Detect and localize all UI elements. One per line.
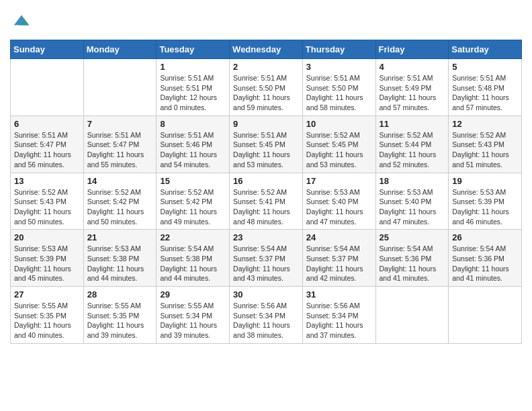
day-number: 6	[14, 119, 80, 129]
calendar-table: SundayMondayTuesdayWednesdayThursdayFrid…	[10, 40, 522, 344]
calendar-cell: 9Sunrise: 5:51 AM Sunset: 5:45 PM Daylig…	[230, 116, 303, 173]
day-number: 23	[233, 232, 299, 242]
calendar-cell: 17Sunrise: 5:53 AM Sunset: 5:40 PM Dayli…	[302, 173, 375, 230]
day-number: 8	[160, 119, 226, 129]
day-info: Sunrise: 5:53 AM Sunset: 5:39 PM Dayligh…	[452, 187, 518, 227]
logo-icon	[11, 10, 32, 30]
day-number: 7	[87, 119, 153, 129]
calendar-cell: 13Sunrise: 5:52 AM Sunset: 5:43 PM Dayli…	[11, 173, 84, 230]
day-info: Sunrise: 5:51 AM Sunset: 5:48 PM Dayligh…	[452, 73, 518, 113]
calendar-cell: 4Sunrise: 5:51 AM Sunset: 5:49 PM Daylig…	[375, 59, 449, 116]
day-number: 29	[160, 289, 226, 300]
weekday-header-sunday: Sunday	[11, 40, 84, 59]
day-info: Sunrise: 5:54 AM Sunset: 5:36 PM Dayligh…	[452, 244, 518, 283]
calendar-cell: 2Sunrise: 5:51 AM Sunset: 5:50 PM Daylig…	[230, 59, 303, 116]
calendar-cell: 5Sunrise: 5:51 AM Sunset: 5:48 PM Daylig…	[449, 59, 522, 116]
day-number: 28	[87, 289, 153, 300]
day-info: Sunrise: 5:51 AM Sunset: 5:50 PM Dayligh…	[233, 73, 299, 113]
calendar-cell	[449, 287, 522, 344]
day-info: Sunrise: 5:52 AM Sunset: 5:43 PM Dayligh…	[14, 187, 80, 227]
calendar-header: SundayMondayTuesdayWednesdayThursdayFrid…	[11, 40, 522, 59]
week-row-5: 27Sunrise: 5:55 AM Sunset: 5:35 PM Dayli…	[11, 287, 522, 344]
calendar-cell: 14Sunrise: 5:52 AM Sunset: 5:42 PM Dayli…	[83, 173, 157, 230]
calendar-body: 1Sunrise: 5:51 AM Sunset: 5:51 PM Daylig…	[11, 59, 522, 344]
calendar-cell: 10Sunrise: 5:52 AM Sunset: 5:45 PM Dayli…	[302, 116, 375, 173]
day-info: Sunrise: 5:52 AM Sunset: 5:43 PM Dayligh…	[452, 130, 518, 170]
day-number: 3	[306, 62, 372, 72]
calendar-cell	[83, 59, 157, 116]
day-number: 19	[452, 176, 518, 186]
calendar-cell: 28Sunrise: 5:55 AM Sunset: 5:35 PM Dayli…	[83, 287, 157, 344]
day-info: Sunrise: 5:55 AM Sunset: 5:35 PM Dayligh…	[87, 301, 153, 340]
weekday-row: SundayMondayTuesdayWednesdayThursdayFrid…	[11, 40, 522, 59]
calendar-cell: 16Sunrise: 5:52 AM Sunset: 5:41 PM Dayli…	[230, 173, 303, 230]
day-number: 9	[233, 119, 299, 129]
day-info: Sunrise: 5:52 AM Sunset: 5:44 PM Dayligh…	[380, 130, 445, 170]
calendar-cell: 31Sunrise: 5:56 AM Sunset: 5:34 PM Dayli…	[302, 287, 375, 344]
day-info: Sunrise: 5:53 AM Sunset: 5:40 PM Dayligh…	[306, 187, 372, 227]
page-header	[10, 10, 522, 33]
weekday-header-thursday: Thursday	[302, 40, 375, 59]
day-number: 10	[306, 119, 372, 129]
day-info: Sunrise: 5:52 AM Sunset: 5:42 PM Dayligh…	[87, 187, 153, 227]
calendar-cell: 23Sunrise: 5:54 AM Sunset: 5:37 PM Dayli…	[230, 230, 303, 287]
day-info: Sunrise: 5:51 AM Sunset: 5:49 PM Dayligh…	[380, 73, 445, 113]
calendar-cell: 1Sunrise: 5:51 AM Sunset: 5:51 PM Daylig…	[157, 59, 230, 116]
day-info: Sunrise: 5:51 AM Sunset: 5:46 PM Dayligh…	[160, 130, 226, 170]
day-number: 22	[160, 232, 226, 242]
weekday-header-wednesday: Wednesday	[230, 40, 303, 59]
day-info: Sunrise: 5:51 AM Sunset: 5:51 PM Dayligh…	[160, 73, 226, 113]
day-number: 17	[306, 176, 372, 186]
weekday-header-tuesday: Tuesday	[157, 40, 230, 59]
calendar-cell: 21Sunrise: 5:53 AM Sunset: 5:38 PM Dayli…	[83, 230, 157, 287]
day-info: Sunrise: 5:55 AM Sunset: 5:34 PM Dayligh…	[160, 301, 226, 340]
day-number: 24	[306, 232, 372, 242]
day-number: 27	[14, 289, 80, 300]
day-info: Sunrise: 5:54 AM Sunset: 5:36 PM Dayligh…	[380, 244, 445, 283]
day-info: Sunrise: 5:53 AM Sunset: 5:40 PM Dayligh…	[380, 187, 445, 227]
calendar-cell: 29Sunrise: 5:55 AM Sunset: 5:34 PM Dayli…	[157, 287, 230, 344]
day-number: 2	[233, 62, 299, 72]
day-number: 20	[14, 232, 80, 242]
day-number: 14	[87, 176, 153, 186]
calendar-cell: 7Sunrise: 5:51 AM Sunset: 5:47 PM Daylig…	[83, 116, 157, 173]
calendar-cell: 12Sunrise: 5:52 AM Sunset: 5:43 PM Dayli…	[449, 116, 522, 173]
day-number: 13	[14, 176, 80, 186]
calendar-cell: 20Sunrise: 5:53 AM Sunset: 5:39 PM Dayli…	[11, 230, 84, 287]
calendar-cell: 22Sunrise: 5:54 AM Sunset: 5:38 PM Dayli…	[157, 230, 230, 287]
day-number: 30	[233, 289, 299, 300]
day-number: 11	[380, 119, 445, 129]
week-row-3: 13Sunrise: 5:52 AM Sunset: 5:43 PM Dayli…	[11, 173, 522, 230]
day-number: 25	[380, 232, 445, 242]
week-row-2: 6Sunrise: 5:51 AM Sunset: 5:47 PM Daylig…	[11, 116, 522, 173]
day-number: 5	[452, 62, 518, 72]
logo	[10, 10, 32, 33]
day-number: 12	[452, 119, 518, 129]
weekday-header-monday: Monday	[83, 40, 157, 59]
day-number: 16	[233, 176, 299, 186]
day-info: Sunrise: 5:54 AM Sunset: 5:37 PM Dayligh…	[233, 244, 299, 283]
week-row-4: 20Sunrise: 5:53 AM Sunset: 5:39 PM Dayli…	[11, 230, 522, 287]
day-info: Sunrise: 5:51 AM Sunset: 5:50 PM Dayligh…	[306, 73, 372, 113]
day-info: Sunrise: 5:54 AM Sunset: 5:37 PM Dayligh…	[306, 244, 372, 283]
calendar-cell: 25Sunrise: 5:54 AM Sunset: 5:36 PM Dayli…	[375, 230, 449, 287]
calendar-cell: 27Sunrise: 5:55 AM Sunset: 5:35 PM Dayli…	[11, 287, 84, 344]
day-info: Sunrise: 5:55 AM Sunset: 5:35 PM Dayligh…	[14, 301, 80, 340]
calendar-cell: 11Sunrise: 5:52 AM Sunset: 5:44 PM Dayli…	[375, 116, 449, 173]
calendar-cell	[375, 287, 449, 344]
day-number: 21	[87, 232, 153, 242]
day-info: Sunrise: 5:52 AM Sunset: 5:42 PM Dayligh…	[160, 187, 226, 227]
day-number: 31	[306, 289, 372, 300]
day-info: Sunrise: 5:56 AM Sunset: 5:34 PM Dayligh…	[233, 301, 299, 340]
day-number: 1	[160, 62, 226, 72]
day-info: Sunrise: 5:53 AM Sunset: 5:38 PM Dayligh…	[87, 244, 153, 283]
calendar-cell: 24Sunrise: 5:54 AM Sunset: 5:37 PM Dayli…	[302, 230, 375, 287]
calendar-cell: 6Sunrise: 5:51 AM Sunset: 5:47 PM Daylig…	[11, 116, 84, 173]
calendar-cell: 19Sunrise: 5:53 AM Sunset: 5:39 PM Dayli…	[449, 173, 522, 230]
day-number: 26	[452, 232, 518, 242]
weekday-header-saturday: Saturday	[449, 40, 522, 59]
calendar-cell: 15Sunrise: 5:52 AM Sunset: 5:42 PM Dayli…	[157, 173, 230, 230]
calendar-cell: 8Sunrise: 5:51 AM Sunset: 5:46 PM Daylig…	[157, 116, 230, 173]
day-number: 15	[160, 176, 226, 186]
day-info: Sunrise: 5:52 AM Sunset: 5:45 PM Dayligh…	[306, 130, 372, 170]
